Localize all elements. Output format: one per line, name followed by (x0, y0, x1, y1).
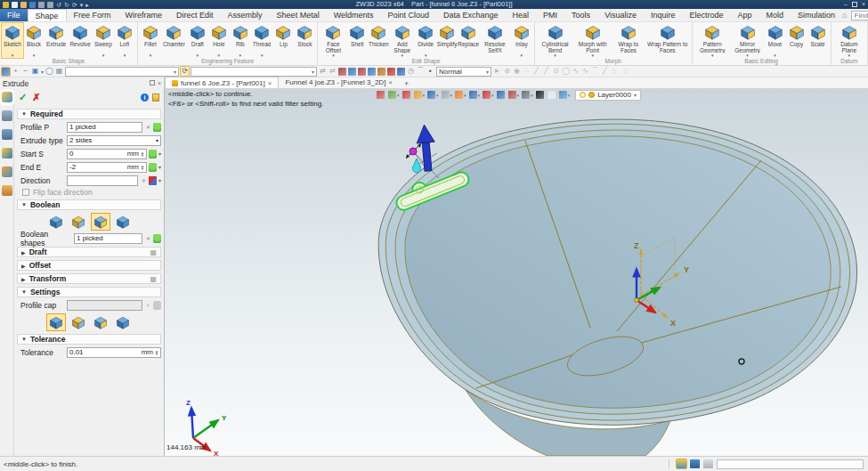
pick-flag-icon-3[interactable] (358, 68, 366, 76)
section-draft[interactable]: ▶ Draft ▦ (17, 247, 161, 257)
redline-icon[interactable] (402, 91, 410, 99)
ribbon-button-extrude[interactable]: Extrude (45, 23, 68, 58)
assembly-manager-tab-icon[interactable] (2, 129, 12, 140)
flip-face-checkbox[interactable] (22, 189, 29, 196)
funnel-body[interactable] (378, 119, 856, 425)
chevron-down-icon[interactable]: ▾ (450, 93, 453, 98)
ribbon-button-add-shape[interactable]: Add Shape▾ (389, 23, 415, 58)
history-manager-tab-icon[interactable] (2, 110, 12, 121)
chevron-down-icon[interactable]: ▾ (464, 93, 466, 98)
ribbon-button-fillet[interactable]: Fillet▾ (140, 23, 161, 58)
cancel-button[interactable]: ✗ (32, 92, 40, 103)
remove-entity-icon[interactable]: − (21, 67, 29, 76)
arc-mode-icon[interactable]: ⌒ (417, 67, 425, 76)
menu-item-visualize[interactable]: Visualize (597, 9, 644, 21)
grid-snap-icon[interactable]: ▦ (55, 67, 63, 76)
menu-item-point-cloud[interactable]: Point Cloud (381, 9, 437, 21)
section-settings[interactable]: ▼ Settings (17, 287, 161, 297)
chevron-down-icon[interactable]: ▾ (491, 93, 494, 98)
menu-item-heal[interactable]: Heal (506, 9, 537, 21)
command-search[interactable]: ○ (851, 11, 868, 20)
ribbon-button-scale[interactable]: Scale (807, 23, 829, 58)
profile-field[interactable]: 1 picked (67, 122, 142, 133)
ribbon-button-sweep[interactable]: Sweep▾ (93, 23, 114, 58)
ribbon-button-lip[interactable]: Lip (272, 23, 294, 58)
visual-manager-tab-icon[interactable] (2, 166, 12, 177)
ribbon-button-loft[interactable]: Loft▾ (114, 23, 135, 58)
section-offset[interactable]: ▶ Offset (17, 260, 161, 271)
open-folder-icon[interactable] (414, 91, 422, 99)
menu-item-app[interactable]: App (731, 9, 759, 21)
profile-cap-button-3[interactable] (113, 313, 133, 331)
print-icon[interactable] (38, 2, 45, 8)
profile-cap-button-0[interactable] (46, 313, 66, 331)
menu-item-tools[interactable]: Tools (564, 9, 597, 21)
ribbon-button-mirror-geometry[interactable]: Mirror Geometry▾ (731, 23, 765, 58)
solid-mode-icon[interactable]: ▪ (426, 67, 434, 76)
close-button[interactable]: × (862, 1, 865, 8)
auto-regen-icon[interactable]: ⟳ (181, 67, 189, 76)
menu-item-data-exchange[interactable]: Data Exchange (436, 9, 506, 21)
sketch-line-icon[interactable]: ╱ (601, 67, 609, 76)
menu-item-shape[interactable]: Shape (28, 9, 67, 21)
boolean-mode-button-2[interactable] (91, 213, 110, 231)
ribbon-button-revolve[interactable]: Revolve (68, 23, 92, 58)
boolean-chevrons-icon[interactable]: » (145, 235, 151, 242)
viewport[interactable]: <middle-click> to continue. <F8> or <Shi… (165, 89, 868, 456)
layer-selector[interactable]: Layer0000▾ (575, 90, 641, 101)
ribbon-button-draft[interactable]: Draft▾ (187, 23, 208, 58)
pick-hand2-icon[interactable]: ☜ (621, 67, 629, 76)
pick-hand-icon[interactable]: ☞ (611, 67, 619, 76)
boolean-shapes-field[interactable]: 1 picked (74, 233, 142, 244)
profile-cap-button-2[interactable] (91, 313, 110, 331)
command-search-input[interactable] (855, 12, 868, 20)
direction-caret-icon[interactable]: ▾ (158, 177, 161, 183)
wireframe-mode-icon[interactable] (442, 91, 450, 99)
ribbon-button-datum-plane[interactable]: Datum Plane▾ (833, 23, 865, 58)
ribbon-button-morph-with-point[interactable]: Morph with Point▾ (573, 23, 612, 58)
new-tab-button[interactable]: + (399, 79, 414, 88)
export-view-icon[interactable] (377, 91, 385, 99)
menu-item-file[interactable]: File (0, 9, 28, 21)
circle-icon[interactable]: ◯ (562, 67, 570, 76)
document-tab[interactable]: funnel 6 Joe.Z3 - [Part001]× (165, 77, 279, 88)
pick-target-icon[interactable] (153, 123, 161, 132)
extrude-type-select[interactable]: 2 sides▾ (67, 135, 161, 146)
ribbon-button-resolve-selfx[interactable]: Resolve SelfX (479, 23, 511, 58)
ok-button[interactable]: ✓ (19, 92, 27, 103)
flag-red-icon[interactable] (387, 68, 395, 76)
ribbon-button-stock[interactable]: Stock (294, 23, 315, 58)
curve-icon[interactable]: ∿ (581, 67, 589, 76)
ribbon-button-thicken[interactable]: Thicken (368, 23, 389, 58)
ribbon-button-sketch[interactable]: Sketch▾ (2, 23, 23, 58)
unlink-icon[interactable]: ⇄ (329, 67, 337, 76)
start-field[interactable]: 0mm▲▼ (67, 149, 147, 159)
info-icon[interactable]: i (141, 93, 149, 102)
lasso-icon[interactable]: ◯ (45, 67, 53, 76)
filter-state-icon[interactable] (677, 459, 686, 468)
monitor-icon[interactable] (522, 91, 530, 99)
ribbon-button-chamfer[interactable]: Chamfer (161, 23, 187, 58)
menu-item-electrode[interactable]: Electrode (683, 9, 731, 21)
menu-item-pmi[interactable]: PMI (536, 9, 564, 21)
document-tab[interactable]: Funnel 4 joe.Z3 - [Funnel 3_2D]× (279, 77, 399, 88)
section-required[interactable]: ▼ Required (17, 109, 161, 119)
transform-table-icon[interactable]: ▦ (150, 275, 157, 283)
menu-item-wireframe[interactable]: Wireframe (118, 9, 170, 21)
direction-field[interactable] (67, 175, 138, 186)
redo-icon[interactable]: ↻ (64, 2, 69, 8)
home-icon[interactable]: ⌂ (842, 11, 847, 20)
ribbon-button-rib[interactable]: Rib▾ (230, 23, 251, 58)
chevron-down-icon[interactable]: ▾ (397, 93, 400, 98)
pick-flag-icon-5[interactable] (377, 68, 385, 76)
chevron-down-icon[interactable]: ▾ (436, 93, 439, 98)
ribbon-button-wrap-to-faces[interactable]: Wrap to Faces (612, 23, 645, 58)
menu-item-inquire[interactable]: Inquire (644, 9, 683, 21)
role-manager-tab-icon[interactable] (2, 185, 12, 196)
origin-handle[interactable] (406, 143, 421, 158)
cursor-icon[interactable]: ► (493, 67, 501, 76)
black-bar-icon[interactable] (536, 91, 544, 99)
boolean-mode-button-1[interactable] (69, 213, 88, 231)
ribbon-button-block[interactable]: Block▾ (23, 23, 45, 58)
section-transform[interactable]: ▶ Transform ▦ (17, 273, 161, 284)
